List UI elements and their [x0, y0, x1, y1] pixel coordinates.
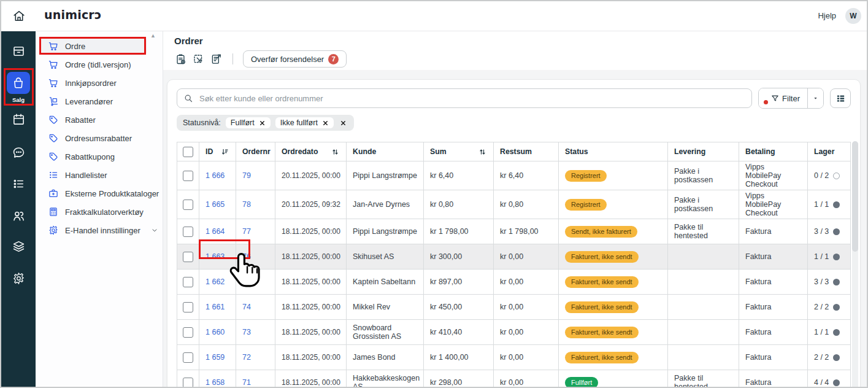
sidebar-item-ordresumsrabatter[interactable]: Ordresumsrabatter — [40, 129, 147, 147]
import-order-icon[interactable] — [192, 53, 205, 66]
ordernr-cell: 74 — [236, 295, 275, 320]
ordernr-link[interactable]: 76 — [242, 252, 251, 261]
stock-cell: 1 / 1 — [808, 320, 851, 345]
row-checkbox[interactable] — [183, 200, 193, 210]
order-id-link[interactable]: 1 659 — [205, 353, 225, 362]
row-checkbox[interactable] — [183, 171, 193, 181]
ordernr-link[interactable]: 71 — [242, 378, 251, 387]
sidebar-item-eksterne-produktkataloger[interactable]: Eksterne Produktkataloger — [40, 184, 147, 203]
column-header-id[interactable]: ID — [199, 142, 236, 161]
remove-icon[interactable] — [259, 120, 266, 126]
payment-cell: Faktura — [739, 320, 808, 345]
rail-item-shopping-bag[interactable]: Salg — [1, 72, 36, 103]
remove-icon[interactable] — [322, 120, 329, 126]
sidebar-item-leverand-rer[interactable]: Leverandører — [40, 92, 147, 111]
app-logo[interactable]: unimicrɔ — [44, 8, 101, 21]
column-settings-button[interactable] — [830, 88, 851, 108]
row-checkbox[interactable] — [183, 352, 193, 363]
sidebar-item-ordre[interactable]: Ordre — [40, 37, 147, 55]
sidebar-item-rabatter[interactable]: Rabatter — [40, 111, 147, 129]
order-id-link[interactable]: 1 662 — [205, 277, 225, 286]
row-checkbox[interactable] — [183, 378, 193, 388]
sidebar-item-fraktkalkulatorverkt-y[interactable]: Fraktkalkulatorverktøy — [40, 203, 147, 221]
table-row[interactable]: 1 6617418.11.2025, 00:00Mikkel Revkr 450… — [177, 295, 851, 320]
column-header-status[interactable]: Status — [559, 142, 668, 161]
column-header-betaling[interactable]: Betaling — [739, 142, 808, 161]
rail-item-layers[interactable] — [1, 239, 36, 254]
row-checkbox[interactable] — [183, 327, 193, 338]
edit-orders-icon[interactable] — [210, 53, 223, 66]
ordernr-link[interactable]: 77 — [242, 227, 251, 236]
table-row[interactable]: 1 6597218.11.2025, 00:00James Bondkr 1 4… — [177, 345, 851, 370]
order-id-link[interactable]: 1 665 — [205, 200, 225, 209]
ordernr-cell: 78 — [236, 190, 275, 219]
filter-dropdown-button[interactable] — [807, 88, 823, 108]
table-row[interactable]: 1 6607318.11.2025, 00:00Snowboard Grossi… — [177, 320, 851, 345]
order-id-link[interactable]: 1 658 — [205, 378, 225, 387]
scroll-up-icon[interactable]: ▲ — [150, 33, 156, 39]
status-badge: Fakturert, ikke sendt — [565, 327, 639, 338]
filter-button[interactable]: Filter — [759, 88, 807, 108]
rail-item-people[interactable] — [1, 209, 36, 223]
row-checkbox[interactable] — [183, 277, 193, 287]
help-link[interactable]: Hjelp — [818, 11, 836, 20]
rail-item-calendar[interactable] — [1, 112, 36, 126]
rail-item-checklist[interactable] — [1, 177, 36, 191]
ordernr-link[interactable]: 73 — [242, 328, 251, 336]
rail-item-gear[interactable] — [1, 271, 36, 285]
ordernr-link[interactable]: 79 — [242, 171, 251, 180]
sidebar-item-label: Innkjøpsordrer — [65, 79, 117, 88]
column-header-restsum[interactable]: Restsum — [494, 142, 559, 161]
status-cell: Registrert — [559, 161, 668, 190]
sidebar-item-innkj-psordrer[interactable]: Innkjøpsordrer — [40, 74, 147, 92]
home-icon[interactable] — [12, 9, 26, 23]
sidebar-item-ordre-tidl-versjon[interactable]: Ordre (tidl.versjon) — [40, 55, 147, 74]
order-id-link[interactable]: 1 660 — [205, 328, 225, 336]
column-header-sum[interactable]: Sum — [424, 142, 494, 161]
user-avatar[interactable]: W — [845, 8, 861, 24]
vertical-scrollbar[interactable] — [852, 141, 858, 388]
table-row[interactable]: 1 6627518.11.2025, 00:00Kaptein Sabeltan… — [177, 270, 851, 295]
sum-cell: kr 1 400,00 — [424, 345, 494, 370]
table-row[interactable]: 1 6667920.11.2025, 00:00Pippi Langstrømp… — [177, 161, 851, 190]
column-header-kunde[interactable]: Kunde — [347, 142, 424, 161]
table-row[interactable]: 1 6657820.11.2025, 09:32Jan-Arve Dyrnesk… — [177, 190, 851, 219]
order-id-link[interactable]: 1 663 — [205, 252, 225, 261]
order-id-link[interactable]: 1 666 — [205, 171, 225, 180]
status-badge: Fakturert, ikke sendt — [565, 251, 639, 263]
ordernr-link[interactable]: 75 — [242, 277, 251, 286]
rail-item-chat-bubble[interactable] — [1, 146, 36, 160]
sum-cell: kr 897,00 — [424, 270, 494, 295]
sidebar-item-rabattkupong[interactable]: Rabattkupong — [40, 147, 147, 166]
row-checkbox[interactable] — [183, 302, 193, 312]
filter-chip-ikke-fullf-rt[interactable]: Ikke fullført — [275, 117, 334, 128]
transfer-shipments-button[interactable]: Overfør forsendelser 7 — [243, 50, 347, 68]
table-row[interactable]: 1 6637618.11.2025, 00:00Skihuset ASkr 30… — [177, 244, 851, 270]
column-header-lager[interactable]: Lager — [808, 142, 851, 161]
table-row[interactable]: 1 6587118.11.2025, 00:00Hakkebakkeskogen… — [177, 370, 851, 388]
sum-cell: kr 410,40 — [424, 320, 494, 345]
ordernr-link[interactable]: 72 — [242, 353, 251, 362]
scrollbar-thumb[interactable] — [852, 141, 858, 252]
search-input[interactable] — [177, 88, 752, 108]
column-header-ordredato[interactable]: Ordredato — [275, 142, 347, 161]
order-id-link[interactable]: 1 661 — [205, 303, 225, 311]
column-header-levering[interactable]: Levering — [668, 142, 739, 161]
rail-item-archive-box[interactable] — [1, 44, 36, 58]
column-label: Restsum — [500, 147, 532, 156]
row-checkbox[interactable] — [183, 227, 193, 237]
status-badge: Fakturert, ikke sendt — [565, 276, 639, 288]
sidebar-item-e-handel-innstillinger[interactable]: E-Handel innstillinger — [40, 221, 147, 239]
ordernr-link[interactable]: 78 — [242, 200, 251, 209]
filter-chip-fullf-rt[interactable]: Fullført — [226, 117, 271, 128]
row-select-cell — [177, 320, 199, 345]
ordernr-link[interactable]: 74 — [242, 303, 251, 311]
sidebar-item-handlelister[interactable]: Handlelister — [40, 166, 147, 184]
column-header-ordernr[interactable]: Ordernr — [236, 142, 275, 161]
new-order-icon[interactable] — [174, 53, 187, 66]
table-row[interactable]: 1 6647718.11.2025, 00:00Pippi Langstrømp… — [177, 219, 851, 244]
clear-filters-button[interactable] — [339, 120, 348, 126]
select-all-checkbox[interactable] — [183, 147, 193, 157]
order-id-link[interactable]: 1 664 — [205, 227, 225, 236]
row-checkbox[interactable] — [183, 252, 193, 262]
